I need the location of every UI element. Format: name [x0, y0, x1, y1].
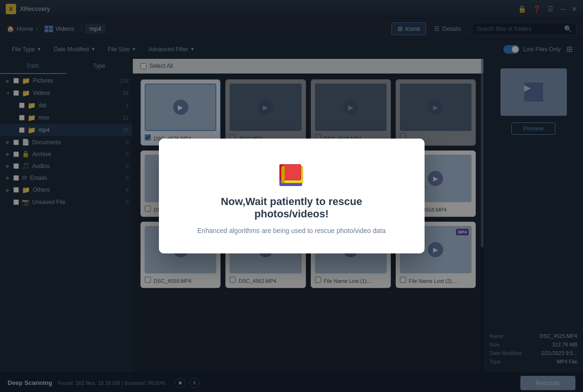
rescue-modal: Now,Wait patiently to rescue photos/vide… — [159, 139, 425, 253]
modal-icon-area — [183, 158, 401, 186]
modal-overlay: Now,Wait patiently to rescue photos/vide… — [0, 0, 583, 392]
modal-subtitle: Enhanced algorithms are being used to re… — [183, 227, 401, 234]
book-stack-icon — [278, 158, 306, 186]
modal-title: Now,Wait patiently to rescue photos/vide… — [183, 196, 401, 220]
